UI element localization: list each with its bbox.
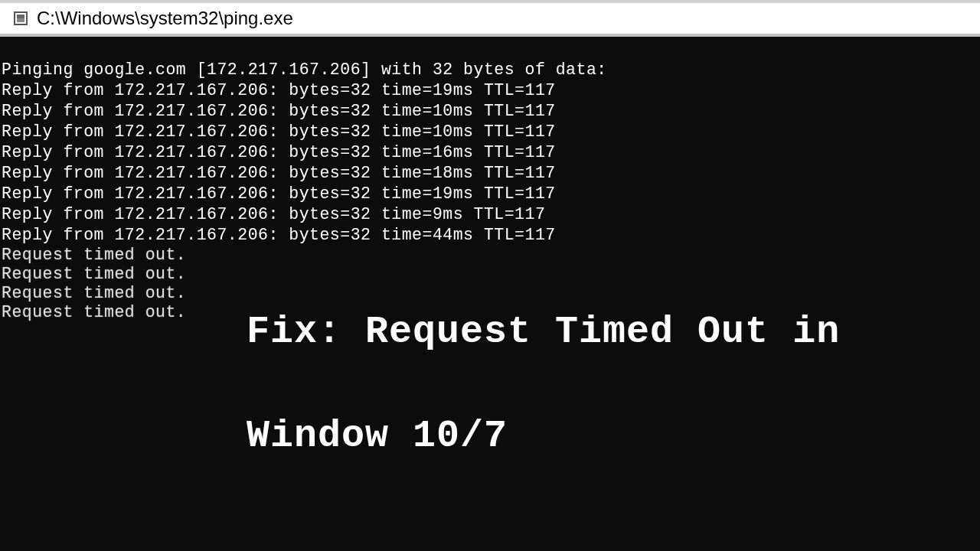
window-title: C:\Windows\system32\ping.exe — [37, 8, 293, 29]
ping-reply-line: Reply from 172.217.167.206: bytes=32 tim… — [0, 80, 980, 101]
ping-reply-line: Reply from 172.217.167.206: bytes=32 tim… — [0, 101, 980, 122]
ping-reply-line: Reply from 172.217.167.206: bytes=32 tim… — [0, 225, 980, 246]
overlay-line-1: Fix: Request Timed Out in — [247, 310, 840, 354]
ping-reply-line: Reply from 172.217.167.206: bytes=32 tim… — [0, 204, 980, 225]
ping-reply-line: Reply from 172.217.167.206: bytes=32 tim… — [0, 184, 980, 204]
overlay-line-2: Window 10/7 — [247, 414, 508, 458]
ping-reply-line: Reply from 172.217.167.206: bytes=32 tim… — [0, 163, 980, 184]
ping-reply-line: Reply from 172.217.167.206: bytes=32 tim… — [0, 142, 980, 163]
video-overlay-caption: Fix: Request Timed Out in Window 10/7 — [199, 254, 840, 462]
ping-reply-line: Reply from 172.217.167.206: bytes=32 tim… — [0, 122, 980, 142]
window-titlebar[interactable]: C:\Windows\system32\ping.exe — [0, 0, 980, 37]
app-icon — [14, 11, 28, 25]
ping-header-line: Pinging google.com [172.217.167.206] wit… — [0, 60, 980, 80]
